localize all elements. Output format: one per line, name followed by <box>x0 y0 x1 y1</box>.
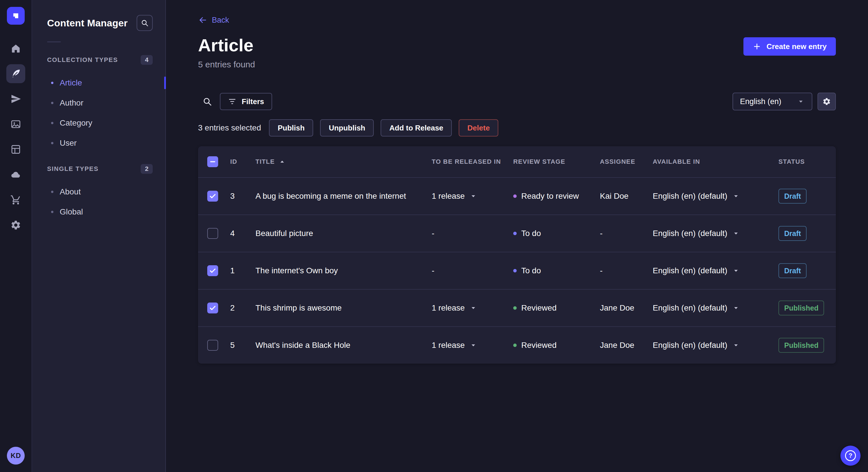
section-badge: 4 <box>141 55 153 65</box>
create-new-entry-button[interactable]: Create new entry <box>743 37 836 56</box>
bullet-icon <box>51 191 53 193</box>
section-label: SINGLE TYPES <box>47 165 98 173</box>
sidebar-item-about[interactable]: About <box>32 182 165 202</box>
stage-text: Ready to review <box>521 192 579 201</box>
strapi-logo-icon <box>11 11 21 21</box>
status-badge: Draft <box>778 263 807 278</box>
stage-text: Reviewed <box>521 303 557 312</box>
cell-release[interactable]: 1 release <box>432 341 513 350</box>
sidebar-section: SINGLE TYPES 2 About Global <box>32 160 165 222</box>
nav-cloud-button[interactable] <box>6 165 25 184</box>
locale-select[interactable]: English (en) <box>733 93 812 110</box>
sidebar-item-label: User <box>60 138 76 148</box>
locale-text: English (en) (default) <box>653 341 727 350</box>
unpublish-button[interactable]: Unpublish <box>320 119 374 136</box>
rail-nav <box>6 39 25 235</box>
nav-content-type-builder-button[interactable] <box>6 140 25 159</box>
nav-releases-button[interactable] <box>6 90 25 108</box>
column-header-id[interactable]: ID <box>230 158 255 165</box>
table-row[interactable]: 1 The internet's Own boy - To do - Engli… <box>198 252 836 289</box>
back-link[interactable]: Back <box>198 15 229 25</box>
row-checkbox[interactable] <box>207 191 218 202</box>
entries-count: 5 entries found <box>198 60 255 69</box>
bullet-icon <box>51 142 53 144</box>
cell-id: 3 <box>230 192 255 201</box>
section-badge: 2 <box>141 164 153 174</box>
available-caret-icon <box>732 192 740 200</box>
user-avatar[interactable]: KD <box>7 447 25 465</box>
row-checkbox[interactable] <box>207 265 218 276</box>
bullet-icon <box>51 122 53 124</box>
cell-release[interactable]: 1 release <box>432 303 513 312</box>
sidebar-search-button[interactable] <box>136 15 153 31</box>
row-checkbox[interactable] <box>207 228 218 239</box>
sidebar-item-category[interactable]: Category <box>32 113 165 133</box>
sidebar-sections: COLLECTION TYPES 4 Article Author Catego… <box>32 50 165 222</box>
nav-content-manager-button[interactable] <box>6 64 25 83</box>
nav-marketplace-button[interactable] <box>6 191 25 209</box>
nav-home-button[interactable] <box>6 39 25 58</box>
row-checkbox[interactable] <box>207 303 218 313</box>
sidebar-item-author[interactable]: Author <box>32 93 165 113</box>
list-toolbar: Filters English (en) <box>198 92 836 111</box>
indeterminate-dash-icon <box>209 158 216 165</box>
cell-available-in[interactable]: English (en) (default) <box>653 303 778 312</box>
column-header-assignee[interactable]: ASSIGNEE <box>600 158 653 165</box>
layout-icon <box>10 144 21 155</box>
sidebar-item-global[interactable]: Global <box>32 202 165 222</box>
table-row[interactable]: 5 What's inside a Black Hole 1 release R… <box>198 326 836 364</box>
table-row[interactable]: 4 Beautiful picture - To do - English (e… <box>198 214 836 252</box>
column-header-release[interactable]: TO BE RELEASED IN <box>432 158 513 165</box>
cell-available-in[interactable]: English (en) (default) <box>653 341 778 350</box>
cell-review-stage: Reviewed <box>513 303 600 312</box>
help-button[interactable]: ? <box>840 446 861 466</box>
table-row[interactable]: 3 A bug is becoming a meme on the intern… <box>198 177 836 214</box>
checkmark-icon <box>209 267 216 274</box>
page-title: Article <box>198 35 255 56</box>
column-header-review-stage[interactable]: REVIEW STAGE <box>513 158 600 165</box>
nav-settings-button[interactable] <box>6 216 25 235</box>
cell-release[interactable]: 1 release <box>432 192 513 201</box>
back-label: Back <box>212 16 229 25</box>
cell-available-in[interactable]: English (en) (default) <box>653 266 778 275</box>
select-all-checkbox[interactable] <box>207 156 218 167</box>
cell-release[interactable]: - <box>432 266 513 275</box>
cell-available-in[interactable]: English (en) (default) <box>653 229 778 238</box>
release-caret-icon <box>469 192 477 200</box>
sort-asc-icon <box>278 158 286 166</box>
main-content: Back Article 5 entries found Create new … <box>166 0 868 472</box>
cell-available-in[interactable]: English (en) (default) <box>653 192 778 201</box>
strapi-logo[interactable] <box>7 7 25 25</box>
search-button[interactable] <box>198 92 216 111</box>
publish-button[interactable]: Publish <box>269 119 313 136</box>
locale-text: English (en) (default) <box>653 229 727 238</box>
locale-text: English (en) (default) <box>653 192 727 201</box>
release-caret-icon <box>469 304 477 312</box>
column-header-available-in[interactable]: AVAILABLE IN <box>653 158 778 165</box>
filters-button[interactable]: Filters <box>220 93 272 110</box>
cell-title: A bug is becoming a meme on the internet <box>255 177 432 215</box>
view-settings-button[interactable] <box>817 93 836 110</box>
table-row[interactable]: 2 This shrimp is awesome 1 release Revie… <box>198 289 836 326</box>
sidebar-item-label: Author <box>60 98 84 107</box>
column-header-title[interactable]: TITLE <box>255 158 432 166</box>
row-checkbox[interactable] <box>207 340 218 351</box>
sidebar-item-user[interactable]: User <box>32 133 165 153</box>
cell-release[interactable]: - <box>432 229 513 238</box>
stage-dot-icon <box>513 343 517 347</box>
available-caret-icon <box>732 304 740 312</box>
status-badge: Draft <box>778 189 807 204</box>
section-items: About Global <box>32 182 165 222</box>
bullet-icon <box>51 211 53 213</box>
delete-button[interactable]: Delete <box>459 119 498 136</box>
sidebar-item-article[interactable]: Article <box>32 73 165 93</box>
cell-review-stage: Ready to review <box>513 192 600 201</box>
sidebar-item-label: Category <box>60 119 92 128</box>
add-to-release-button[interactable]: Add to Release <box>381 119 452 136</box>
gear-icon <box>823 97 831 106</box>
cell-title: This shrimp is awesome <box>255 289 432 327</box>
stage-text: Reviewed <box>521 341 557 350</box>
nav-media-library-button[interactable] <box>6 115 25 134</box>
column-header-status[interactable]: STATUS <box>778 158 836 165</box>
locale-text: English (en) (default) <box>653 266 727 275</box>
